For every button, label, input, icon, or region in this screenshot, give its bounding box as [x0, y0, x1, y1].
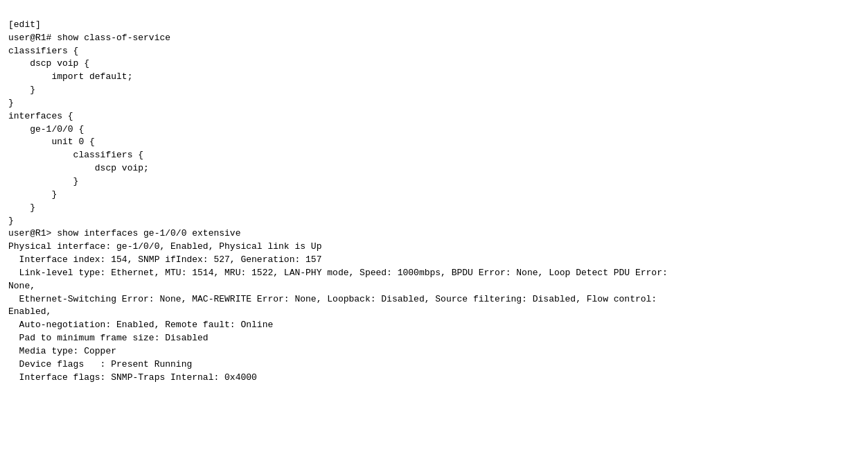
terminal-line: dscp voip {: [8, 58, 860, 71]
terminal-line: dscp voip;: [8, 162, 860, 175]
terminal-line: }: [8, 189, 860, 202]
terminal-line: Pad to minimum frame size: Disabled: [8, 332, 860, 345]
terminal-line: unit 0 {: [8, 136, 860, 149]
terminal-line: Media type: Copper: [8, 345, 860, 358]
terminal-line: }: [8, 202, 860, 215]
terminal-line: [edit]: [8, 19, 860, 32]
terminal-line: ge-1/0/0 {: [8, 123, 860, 137]
terminal-line: None,: [8, 280, 860, 293]
terminal-line: }: [8, 84, 860, 97]
terminal-line: Auto-negotiation: Enabled, Remote fault:…: [8, 319, 860, 332]
terminal-line: user@R1# show class-of-service: [8, 32, 860, 45]
terminal-line: Device flags : Present Running: [8, 358, 860, 372]
terminal-line: Interface index: 154, SNMP ifIndex: 527,…: [8, 254, 860, 267]
terminal-line: import default;: [8, 71, 860, 84]
terminal-line: Interface flags: SNMP-Traps Internal: 0x…: [8, 372, 860, 385]
terminal-line: classifiers {: [8, 45, 860, 58]
terminal-line: Enabled,: [8, 306, 860, 319]
terminal-line: Ethernet-Switching Error: None, MAC-REWR…: [8, 293, 860, 306]
terminal-line: user@R1> show interfaces ge-1/0/0 extens…: [8, 227, 860, 241]
terminal-line: }: [8, 97, 860, 110]
terminal-output: [edit]user@R1# show class-of-serviceclas…: [8, 6, 860, 384]
terminal-line: classifiers {: [8, 149, 860, 162]
terminal-line: }: [8, 215, 860, 228]
terminal-line: Link-level type: Ethernet, MTU: 1514, MR…: [8, 267, 860, 280]
terminal-line: Physical interface: ge-1/0/0, Enabled, P…: [8, 241, 860, 254]
terminal-line: interfaces {: [8, 110, 860, 123]
terminal-line: }: [8, 175, 860, 189]
